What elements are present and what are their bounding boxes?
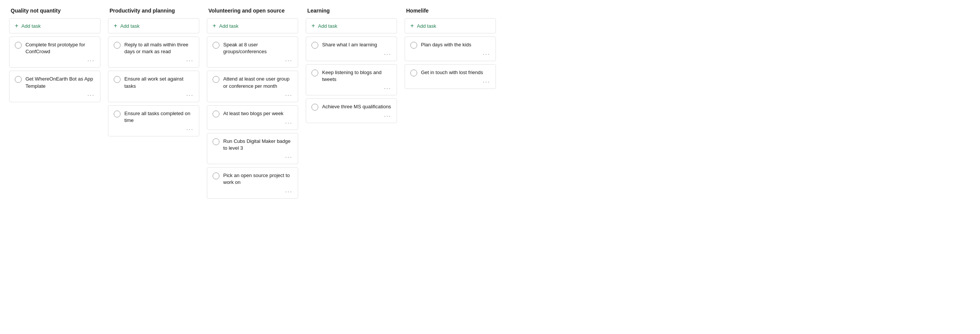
column-homelife: Homelife+Add taskPlan days with the kids…: [405, 8, 496, 92]
task-checkbox[interactable]: [114, 42, 121, 49]
task-card: Pick an open source project to work on··…: [207, 167, 298, 198]
task-more-button[interactable]: ···: [114, 57, 194, 64]
task-checkbox[interactable]: [312, 42, 318, 49]
task-text: Ensure all tasks completed on time: [124, 110, 194, 124]
add-task-label: Add task: [417, 23, 436, 29]
task-checkbox[interactable]: [15, 76, 22, 83]
column-header-learning: Learning: [306, 8, 397, 14]
task-checkbox[interactable]: [15, 42, 22, 49]
task-card: Complete first prototype for ConfCrowd··…: [9, 36, 100, 68]
task-card: Ensure all work set against tasks···: [108, 71, 199, 102]
column-header-quality: Quality not quantity: [9, 8, 100, 14]
plus-icon: +: [114, 22, 117, 29]
task-content: Achieve three MS qualifications: [312, 103, 391, 111]
task-card: Get WhereOnEarth Bot as App Template···: [9, 71, 100, 102]
task-card: Achieve three MS qualifications···: [306, 98, 397, 123]
task-content: Get WhereOnEarth Bot as App Template: [15, 76, 95, 89]
task-text: Get WhereOnEarth Bot as App Template: [25, 76, 95, 89]
task-card: Speak at 8 user groups/conferences···: [207, 36, 298, 68]
task-content: Speak at 8 user groups/conferences: [213, 41, 293, 55]
task-card: Keep listening to blogs and tweets···: [306, 64, 397, 95]
add-task-label: Add task: [120, 23, 140, 29]
task-checkbox[interactable]: [213, 42, 220, 49]
task-text: Plan days with the kids: [421, 41, 490, 48]
task-text: Share what I am learning: [322, 41, 391, 48]
task-more-button[interactable]: ···: [213, 188, 293, 195]
add-task-label: Add task: [219, 23, 239, 29]
plus-icon: +: [15, 22, 18, 29]
column-header-productivity: Productivity and planning: [108, 8, 199, 14]
task-card: Reply to all mails within three days or …: [108, 36, 199, 68]
column-header-homelife: Homelife: [405, 8, 496, 14]
task-text: Get in touch with lost friends: [421, 69, 490, 76]
task-checkbox[interactable]: [114, 76, 121, 83]
plus-icon: +: [410, 22, 414, 29]
add-task-label: Add task: [21, 23, 41, 29]
task-more-button[interactable]: ···: [312, 85, 391, 92]
add-task-button-homelife[interactable]: +Add task: [405, 18, 496, 33]
add-task-button-volunteering[interactable]: +Add task: [207, 18, 298, 33]
task-more-button[interactable]: ···: [15, 92, 95, 99]
task-card: At least two blogs per week···: [207, 105, 298, 130]
task-card: Ensure all tasks completed on time···: [108, 105, 199, 136]
task-text: Keep listening to blogs and tweets: [322, 69, 391, 83]
task-checkbox[interactable]: [312, 70, 318, 76]
task-more-button[interactable]: ···: [114, 126, 194, 133]
task-text: Pick an open source project to work on: [223, 172, 293, 186]
task-card: Get in touch with lost friends···: [405, 64, 496, 89]
column-volunteering: Volunteering and open source+Add taskSpe…: [207, 8, 298, 202]
task-checkbox[interactable]: [312, 104, 318, 111]
task-checkbox[interactable]: [410, 70, 417, 76]
task-card: Attend at least one user group or confer…: [207, 71, 298, 102]
task-more-button[interactable]: ···: [312, 51, 391, 58]
column-header-volunteering: Volunteering and open source: [207, 8, 298, 14]
task-text: Ensure all work set against tasks: [124, 76, 194, 89]
task-content: Run Cubs Digital Maker badge to level 3: [213, 138, 293, 152]
task-more-button[interactable]: ···: [410, 51, 490, 58]
task-card: Run Cubs Digital Maker badge to level 3·…: [207, 133, 298, 164]
task-checkbox[interactable]: [114, 111, 121, 117]
add-task-label: Add task: [318, 23, 337, 29]
add-task-button-learning[interactable]: +Add task: [306, 18, 397, 33]
kanban-board: Quality not quantity+Add taskComplete fi…: [9, 8, 971, 202]
task-content: Ensure all tasks completed on time: [114, 110, 194, 124]
task-content: Keep listening to blogs and tweets: [312, 69, 391, 83]
task-checkbox[interactable]: [213, 111, 220, 117]
column-learning: Learning+Add taskShare what I am learnin…: [306, 8, 397, 126]
task-text: Run Cubs Digital Maker badge to level 3: [223, 138, 293, 152]
plus-icon: +: [213, 22, 216, 29]
task-content: Share what I am learning: [312, 41, 391, 49]
task-more-button[interactable]: ···: [312, 113, 391, 120]
task-checkbox[interactable]: [213, 173, 220, 179]
task-text: Reply to all mails within three days or …: [124, 41, 194, 55]
add-task-button-productivity[interactable]: +Add task: [108, 18, 199, 33]
add-task-button-quality[interactable]: +Add task: [9, 18, 100, 33]
task-content: Get in touch with lost friends: [410, 69, 490, 76]
task-text: Complete first prototype for ConfCrowd: [25, 41, 95, 55]
task-card: Plan days with the kids···: [405, 36, 496, 61]
task-content: Attend at least one user group or confer…: [213, 76, 293, 89]
task-more-button[interactable]: ···: [114, 92, 194, 99]
task-content: At least two blogs per week: [213, 110, 293, 117]
task-content: Reply to all mails within three days or …: [114, 41, 194, 55]
task-checkbox[interactable]: [410, 42, 417, 49]
task-more-button[interactable]: ···: [410, 79, 490, 85]
task-text: Speak at 8 user groups/conferences: [223, 41, 293, 55]
column-productivity: Productivity and planning+Add taskReply …: [108, 8, 199, 139]
task-text: Attend at least one user group or confer…: [223, 76, 293, 89]
task-more-button[interactable]: ···: [213, 57, 293, 64]
task-checkbox[interactable]: [213, 138, 220, 145]
task-checkbox[interactable]: [213, 76, 220, 83]
task-card: Share what I am learning···: [306, 36, 397, 61]
task-more-button[interactable]: ···: [213, 92, 293, 99]
task-more-button[interactable]: ···: [213, 154, 293, 161]
task-more-button[interactable]: ···: [15, 57, 95, 64]
plus-icon: +: [312, 22, 315, 29]
task-content: Complete first prototype for ConfCrowd: [15, 41, 95, 55]
task-text: At least two blogs per week: [223, 110, 293, 117]
task-more-button[interactable]: ···: [213, 120, 293, 127]
task-content: Plan days with the kids: [410, 41, 490, 49]
task-text: Achieve three MS qualifications: [322, 103, 391, 110]
task-content: Ensure all work set against tasks: [114, 76, 194, 89]
task-content: Pick an open source project to work on: [213, 172, 293, 186]
